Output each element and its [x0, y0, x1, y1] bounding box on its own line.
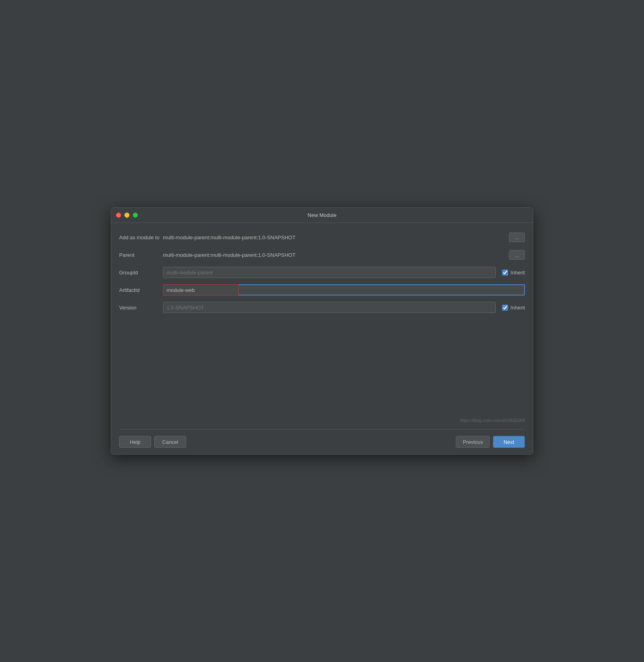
artifactid-input[interactable] — [163, 284, 239, 296]
form-area: Add as module to multi-module-parent:mul… — [119, 231, 525, 416]
artifactid-label: ArtifactId — [119, 287, 163, 293]
add-module-value-area: multi-module-parent:multi-module-parent:… — [163, 232, 525, 242]
version-label: Version — [119, 305, 163, 311]
artifactid-combined — [163, 284, 525, 296]
groupid-label: GroupId — [119, 270, 163, 276]
dialog-footer: Help Cancel Previous Next — [119, 429, 525, 448]
footer-left-buttons: Help Cancel — [119, 436, 186, 448]
cancel-button[interactable]: Cancel — [154, 436, 186, 448]
minimize-button[interactable] — [124, 213, 130, 218]
groupid-input-wrapper: Inherit — [163, 267, 525, 278]
parent-value: multi-module-parent:multi-module-parent:… — [163, 252, 506, 258]
version-inherit-label: Inherit — [510, 305, 525, 311]
close-button[interactable] — [116, 213, 121, 218]
version-inherit-wrapper: Inherit — [502, 305, 525, 311]
groupid-inherit-wrapper: Inherit — [502, 270, 525, 276]
next-button[interactable]: Next — [493, 436, 525, 448]
artifactid-input-right[interactable] — [239, 284, 525, 296]
window-title: New Module — [308, 212, 336, 218]
traffic-lights — [116, 213, 138, 218]
add-module-label: Add as module to — [119, 234, 163, 240]
parent-label: Parent — [119, 252, 163, 258]
watermark: https://blog.csdn.net/u010633268 — [119, 416, 525, 423]
add-module-browse-button[interactable]: ... — [509, 232, 525, 242]
groupid-row: GroupId Inherit — [119, 266, 525, 279]
footer-right-buttons: Previous Next — [456, 436, 525, 448]
previous-button[interactable]: Previous — [456, 436, 490, 448]
groupid-input[interactable] — [163, 267, 496, 278]
version-row: Version Inherit — [119, 301, 525, 314]
parent-browse-button[interactable]: ... — [509, 250, 525, 260]
dialog-content: Add as module to multi-module-parent:mul… — [111, 223, 533, 454]
version-input[interactable] — [163, 302, 496, 313]
parent-row: Parent multi-module-parent:multi-module-… — [119, 248, 525, 261]
artifactid-row: ArtifactId — [119, 284, 525, 296]
version-inherit-checkbox[interactable] — [502, 305, 508, 311]
help-button[interactable]: Help — [119, 436, 151, 448]
groupid-inherit-checkbox[interactable] — [502, 270, 508, 276]
watermark-area: https://blog.csdn.net/u010633268 — [119, 416, 525, 423]
title-bar: New Module — [111, 208, 533, 223]
parent-value-area: multi-module-parent:multi-module-parent:… — [163, 250, 525, 260]
version-input-wrapper: Inherit — [163, 302, 525, 313]
maximize-button[interactable] — [133, 213, 138, 218]
groupid-inherit-label: Inherit — [510, 270, 525, 276]
add-module-value: multi-module-parent:multi-module-parent:… — [163, 234, 506, 240]
new-module-dialog: New Module Add as module to multi-module… — [111, 207, 533, 455]
add-module-row: Add as module to multi-module-parent:mul… — [119, 231, 525, 244]
